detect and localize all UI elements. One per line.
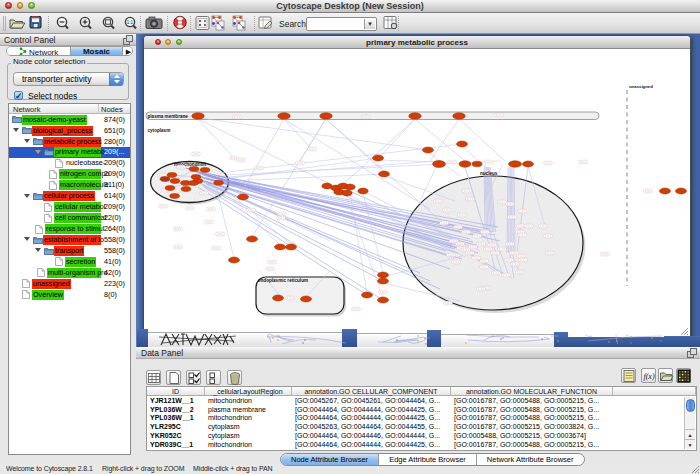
- svg-text:1:1: 1:1: [127, 20, 134, 25]
- svg-text:plasma membrane: plasma membrane: [148, 114, 189, 119]
- svg-text:unassigned: unassigned: [629, 84, 653, 89]
- svg-text:cytoplasm: cytoplasm: [148, 128, 171, 133]
- svg-text:endoplasmic reticulum: endoplasmic reticulum: [258, 278, 308, 283]
- svg-text:f(x): f(x): [643, 372, 654, 381]
- svg-text:nucleus: nucleus: [480, 171, 498, 176]
